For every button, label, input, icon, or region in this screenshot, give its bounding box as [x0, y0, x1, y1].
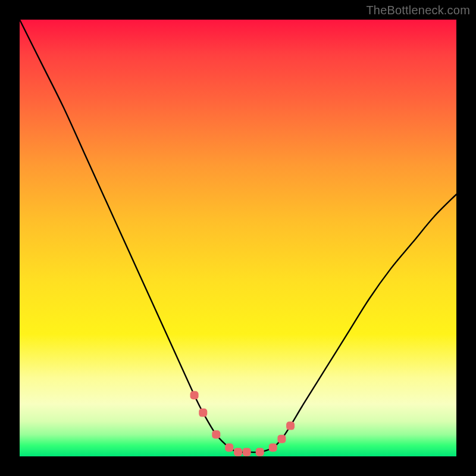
highlight-dot	[243, 448, 251, 456]
plot-area	[20, 20, 456, 456]
highlight-dot	[286, 422, 295, 430]
chart-svg	[20, 20, 456, 456]
highlight-dot	[190, 391, 199, 399]
highlight-dot	[277, 435, 286, 443]
watermark-text: TheBottleneck.com	[366, 4, 470, 17]
highlight-dot	[212, 430, 220, 439]
highlight-dot	[225, 443, 233, 452]
highlight-dot	[234, 448, 242, 456]
highlight-dot	[269, 443, 277, 452]
highlight-dot	[256, 448, 264, 456]
highlight-dot	[199, 409, 207, 417]
outer-frame: TheBottleneck.com	[0, 0, 476, 476]
bottleneck-curve-path	[20, 20, 456, 452]
highlight-dots-group	[190, 391, 295, 456]
